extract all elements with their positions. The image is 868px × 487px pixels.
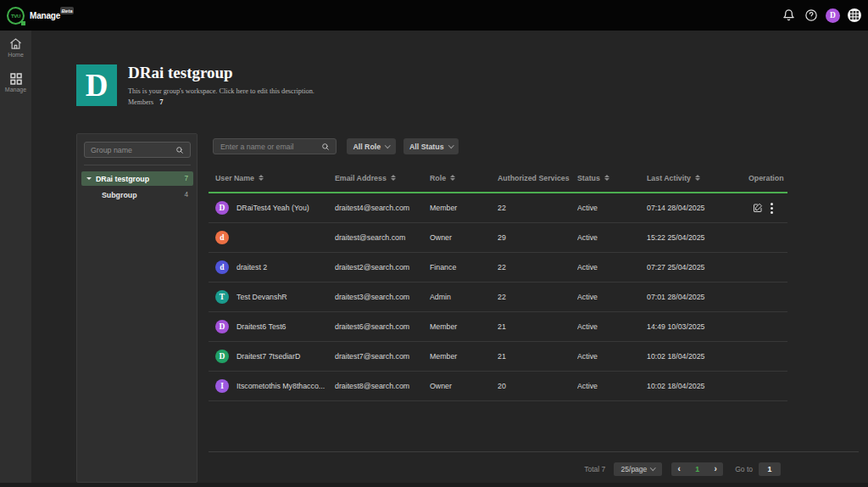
cell-role: Member — [430, 352, 498, 361]
cell-last-activity: 14:49 10/03/2025 — [647, 322, 748, 331]
group-tree-panel: DRai testgroup 7 Subgroup 4 — [76, 133, 198, 483]
members-label: Members — [128, 98, 153, 106]
total-count-label: Total 7 — [584, 465, 605, 473]
group-description[interactable]: This is your group's workspace. Click he… — [128, 87, 314, 95]
sort-icon[interactable] — [604, 175, 609, 182]
search-icon[interactable] — [175, 146, 184, 154]
tree-item-drai-testgroup[interactable]: DRai testgroup 7 — [81, 171, 193, 186]
cell-status: Active — [577, 322, 647, 331]
cell-status: Active — [577, 204, 647, 212]
member-name: Itscometothis My8thacco... — [236, 382, 325, 390]
search-icon[interactable] — [321, 143, 330, 151]
more-options-kebab-icon[interactable] — [771, 203, 773, 214]
help-icon[interactable] — [804, 8, 818, 23]
member-name: Test DevanshR — [236, 293, 287, 301]
cell-last-activity: 07:01 28/04/2025 — [647, 293, 748, 301]
column-header-label: Last Activity — [647, 174, 691, 182]
member-search-input[interactable] — [214, 143, 321, 151]
column-header[interactable]: Status — [577, 174, 647, 182]
cell-last-activity: 10:02 18/04/2025 — [647, 382, 748, 390]
notifications-bell-icon[interactable] — [782, 8, 796, 23]
member-name: draitest 2 — [236, 263, 267, 271]
manage-grid-icon — [10, 73, 22, 85]
role-filter-label: All Role — [353, 143, 381, 151]
sort-icon[interactable] — [695, 175, 700, 182]
cell-operation — [748, 203, 787, 214]
sort-icon[interactable] — [450, 175, 455, 182]
cell-authorized-services: 22 — [498, 204, 577, 212]
table-row[interactable]: D DRaiTest4 Yeah (You) draitest4@search.… — [209, 193, 787, 223]
group-search-input[interactable] — [85, 146, 175, 154]
page-size-select[interactable]: 25/page — [614, 462, 662, 476]
cell-last-activity: 15:22 25/04/2025 — [647, 233, 748, 242]
pager: ‹ 1 › — [671, 462, 723, 476]
chevron-down-icon — [448, 143, 453, 148]
role-filter-dropdown[interactable]: All Role — [347, 138, 396, 154]
column-header-label: User Name — [215, 174, 254, 182]
table-row[interactable]: d draitest 2 draitest2@search.com Financ… — [209, 253, 787, 283]
cell-email: draitest7@search.com — [335, 352, 430, 361]
column-header[interactable]: Email Address — [335, 174, 430, 182]
top-bar: TVU Manage Beta D — [0, 0, 868, 31]
apps-grid-icon[interactable] — [848, 8, 861, 22]
cell-status: Active — [577, 352, 647, 361]
sort-icon[interactable] — [259, 175, 264, 182]
tree-divider — [84, 165, 191, 165]
window-bottom-edge — [0, 483, 868, 487]
footer-divider — [209, 451, 859, 452]
sidebar-item-manage[interactable]: Manage — [0, 73, 31, 92]
cell-user-name: d draitest 2 — [209, 260, 335, 274]
table-row[interactable]: T Test DevanshR draitest3@search.com Adm… — [209, 283, 787, 312]
sort-icon[interactable] — [391, 175, 396, 182]
prev-page-button[interactable]: ‹ — [671, 462, 687, 476]
group-members: Members7 — [128, 98, 163, 106]
cell-last-activity: 10:02 18/04/2025 — [647, 352, 748, 361]
user-avatar[interactable]: D — [826, 8, 840, 23]
caret-down-icon[interactable] — [86, 177, 92, 180]
column-header[interactable]: Role — [430, 174, 498, 182]
cell-last-activity: 07:27 25/04/2025 — [647, 263, 748, 271]
cell-email: draitest6@search.com — [335, 322, 430, 331]
tree-item-label: Subgroup — [102, 191, 137, 199]
cell-user-name: D Draitest6 Test6 — [209, 320, 335, 333]
tree-item-subgroup[interactable]: Subgroup 4 — [81, 188, 193, 202]
cell-user-name: D Draitest7 7tsediarD — [209, 350, 335, 363]
table-header-row: User NameEmail AddressRoleAuthorized Ser… — [209, 165, 787, 191]
current-page[interactable]: 1 — [687, 465, 708, 473]
cell-role: Owner — [430, 382, 498, 390]
edit-icon[interactable] — [753, 203, 763, 213]
column-header-label: Authorized Services — [498, 174, 570, 182]
chevron-down-icon — [385, 143, 390, 148]
column-header[interactable]: User Name — [209, 174, 335, 182]
cell-email: draitest4@search.com — [335, 204, 430, 212]
table-row[interactable]: I Itscometothis My8thacco... draitest8@s… — [209, 372, 787, 401]
column-header-label: Status — [577, 174, 600, 182]
cell-status: Active — [577, 293, 647, 301]
table-row[interactable]: d draitest@search.com Owner 29 Active 15… — [209, 223, 787, 253]
column-header[interactable]: Last Activity — [647, 174, 748, 182]
cell-role: Member — [430, 204, 498, 212]
next-page-button[interactable]: › — [708, 462, 723, 476]
cell-user-name: I Itscometothis My8thacco... — [209, 379, 335, 393]
sidebar-item-manage-label: Manage — [5, 87, 26, 92]
cell-status: Active — [577, 263, 647, 271]
goto-page-input[interactable]: 1 — [759, 462, 781, 476]
goto-page-label: Go to — [735, 465, 753, 473]
table-row[interactable]: D Draitest7 7tsediarD draitest7@search.c… — [209, 342, 787, 372]
sidebar-item-home[interactable]: Home — [0, 37, 31, 58]
cell-status: Active — [577, 382, 647, 390]
cell-email: draitest3@search.com — [335, 293, 430, 301]
cell-user-name: T Test DevanshR — [209, 290, 335, 304]
tree-item-label: DRai testgroup — [96, 175, 149, 183]
cell-last-activity: 07:14 28/04/2025 — [647, 204, 748, 212]
chevron-down-icon — [650, 465, 655, 470]
sidebar-item-home-label: Home — [8, 52, 24, 58]
member-avatar: d — [215, 231, 229, 244]
cell-role: Member — [430, 322, 498, 331]
table-row[interactable]: D Draitest6 Test6 draitest6@search.com M… — [209, 312, 787, 342]
group-avatar: D — [76, 64, 117, 106]
status-filter-dropdown[interactable]: All Status — [403, 138, 459, 154]
cell-email: draitest2@search.com — [335, 263, 430, 271]
member-avatar: T — [215, 290, 229, 304]
tvu-logo[interactable]: TVU — [7, 7, 25, 25]
